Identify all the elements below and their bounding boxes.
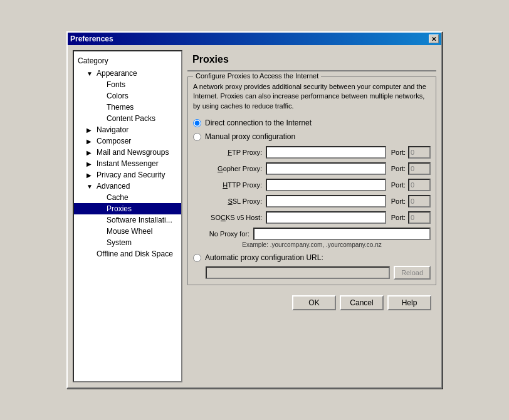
gopher-proxy-label: Gopher Proxy: [206,165,262,172]
http-proxy-label: HTTP Proxy: [206,181,262,189]
sidebar-item-label-advanced: Advanced [97,182,130,191]
sidebar-item-appearance[interactable]: ▼ Appearance [74,68,181,79]
main-panel: Proxies Configure Proxies to Access the … [187,50,436,382]
title-bar-buttons: ✕ [429,34,439,43]
http-proxy-input[interactable] [266,179,386,191]
auto-url-input-row: Reload [206,266,431,280]
sidebar-item-colors[interactable]: Colors [74,90,181,102]
panel-title: Proxies [187,50,436,71]
sidebar-item-fonts[interactable]: Fonts [74,79,181,90]
close-button[interactable]: ✕ [429,34,439,43]
manual-proxy-row: Manual proxy configuration [193,132,431,141]
ftp-proxy-row: FTP Proxy: Port: [206,146,431,159]
socks-port-input[interactable] [408,211,431,224]
auto-proxy-label[interactable]: Automatic proxy configuration URL: [205,253,323,262]
auto-proxy-radio[interactable] [193,254,201,262]
tree-arrow-navigator: ▶ [87,127,94,134]
sidebar-item-label-system: System [107,238,132,247]
ok-button[interactable]: OK [292,295,336,310]
socks-proxy-row: SOCKS v5 Host: Port: [206,211,431,224]
category-label: Category [74,54,181,68]
window-title: Preferences [70,34,113,43]
tree-arrow-mail: ▶ [87,149,94,156]
direct-connection-row: Direct connection to the Internet [193,118,431,127]
sidebar-item-composer[interactable]: ▶ Composer [74,135,181,147]
sidebar: Category ▼ Appearance Fonts Colors Theme… [73,50,182,382]
no-proxy-label: No Proxy for: [193,230,249,238]
socks-proxy-input[interactable] [266,211,386,224]
sidebar-item-label-mail: Mail and Newsgroups [97,148,169,157]
gopher-proxy-input[interactable] [266,162,386,175]
manual-proxy-radio[interactable] [193,133,201,141]
group-legend: Configure Proxies to Access the Internet [193,72,321,80]
sidebar-item-label-colors: Colors [107,92,129,100]
proxy-fields: FTP Proxy: Port: Gopher Proxy: Port: [206,146,431,224]
ftp-port-label: Port: [391,149,406,156]
sidebar-item-label-content-packs: Content Packs [107,114,155,123]
sidebar-item-navigator[interactable]: ▶ Navigator [74,124,181,135]
preferences-window: Preferences ✕ Category ▼ Appearance Font… [66,31,443,389]
socks-proxy-label: SOCKS v5 Host: [206,214,262,221]
tree-arrow-composer: ▶ [87,138,94,145]
sidebar-item-label-mouse: Mouse Wheel [107,227,152,236]
sidebar-item-mouse-wheel[interactable]: Mouse Wheel [74,226,181,237]
sidebar-item-label-software: Software Installati... [107,216,172,224]
tree-arrow-im: ▶ [87,160,94,167]
http-proxy-row: HTTP Proxy: Port: [206,179,431,191]
example-text: Example: .yourcompany.com, .yourcompany.… [193,241,431,248]
sidebar-item-label-fonts: Fonts [107,80,125,89]
cancel-button[interactable]: Cancel [340,295,384,310]
sidebar-item-label-offline: Offline and Disk Space [97,249,173,258]
proxies-group-box: Configure Proxies to Access the Internet… [187,76,436,285]
sidebar-item-label-im: Instant Messenger [97,159,159,168]
direct-connection-label[interactable]: Direct connection to the Internet [205,118,312,127]
ssl-proxy-input[interactable] [266,195,386,207]
tree-arrow-appearance: ▼ [87,70,94,77]
no-proxy-input[interactable] [253,228,431,240]
sidebar-item-mail-newsgroups[interactable]: ▶ Mail and Newsgroups [74,147,181,158]
window-body: Category ▼ Appearance Fonts Colors Theme… [68,45,441,387]
bottom-buttons: OK Cancel Help [187,290,436,315]
ssl-proxy-label: SSL Proxy: [206,197,262,205]
sidebar-item-label-proxies: Proxies [107,204,132,213]
gopher-port-label: Port: [391,165,406,172]
sidebar-item-instant-messenger[interactable]: ▶ Instant Messenger [74,158,181,169]
direct-connection-radio[interactable] [193,119,201,127]
sidebar-item-advanced[interactable]: ▼ Advanced [74,181,181,192]
sidebar-item-themes[interactable]: Themes [74,102,181,113]
title-bar: Preferences ✕ [68,33,441,45]
sidebar-item-label-themes: Themes [107,103,134,112]
ftp-proxy-label: FTP Proxy: [206,149,262,156]
sidebar-item-system[interactable]: System [74,237,181,248]
auto-proxy-row: Automatic proxy configuration URL: [193,253,431,262]
sidebar-item-software-install[interactable]: Software Installati... [74,214,181,226]
ftp-port-input[interactable] [408,146,431,159]
sidebar-item-label-composer: Composer [97,137,131,145]
sidebar-item-label-cache: Cache [107,193,129,202]
ftp-proxy-input[interactable] [266,146,386,159]
no-proxy-row: No Proxy for: [193,228,431,240]
socks-port-label: Port: [391,214,406,221]
sidebar-item-privacy-security[interactable]: ▶ Privacy and Security [74,169,181,181]
ssl-proxy-row: SSL Proxy: Port: [206,195,431,207]
help-button[interactable]: Help [387,295,431,310]
proxy-description: A network proxy provides additional secu… [193,82,431,111]
ssl-port-label: Port: [391,197,406,205]
auto-url-input[interactable] [206,266,390,279]
manual-proxy-label[interactable]: Manual proxy configuration [205,132,295,141]
http-port-input[interactable] [408,179,431,191]
reload-button[interactable]: Reload [394,266,431,280]
http-port-label: Port: [391,181,406,189]
tree-arrow-advanced: ▼ [87,183,94,190]
sidebar-item-label-privacy: Privacy and Security [97,171,165,179]
sidebar-item-offline-disk[interactable]: Offline and Disk Space [74,248,181,260]
sidebar-item-label-navigator: Navigator [97,125,129,134]
sidebar-item-content-packs[interactable]: Content Packs [74,113,181,124]
tree-arrow-privacy: ▶ [87,172,94,179]
sidebar-item-proxies[interactable]: Proxies [74,203,181,214]
ssl-port-input[interactable] [408,195,431,207]
gopher-port-input[interactable] [408,162,431,175]
sidebar-item-label-appearance: Appearance [97,69,137,78]
sidebar-item-cache[interactable]: Cache [74,192,181,203]
gopher-proxy-row: Gopher Proxy: Port: [206,162,431,175]
